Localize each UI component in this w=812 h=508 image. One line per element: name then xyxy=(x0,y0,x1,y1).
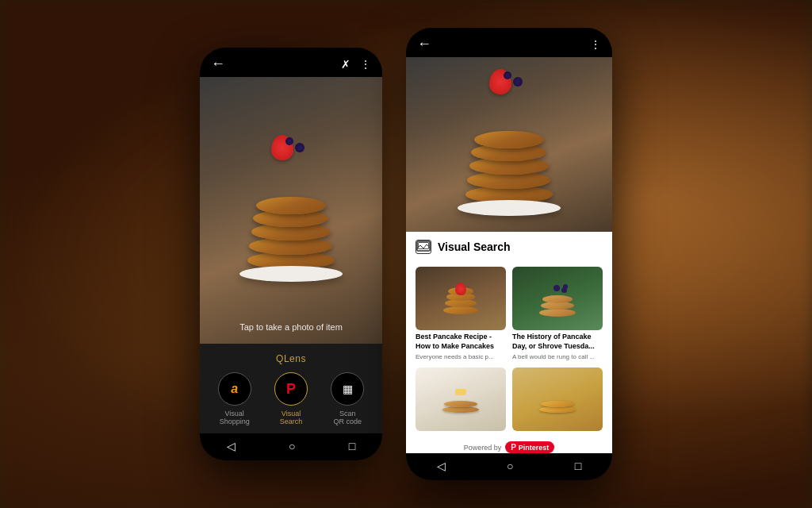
result-desc-2: A bell would be rung to call ... xyxy=(512,353,603,361)
fp-l1 xyxy=(442,406,479,413)
top-icons-left: ✗ ⋮ xyxy=(341,58,371,71)
golden-pancake-img xyxy=(538,385,577,413)
qr-icon-circle: ▦ xyxy=(331,372,364,406)
qlens-bar: QLens a VisualShopping P VisualSearch xyxy=(200,344,382,433)
scan-qr-label: ScanQR code xyxy=(334,410,362,425)
amazon-logo: a xyxy=(231,382,238,396)
camera-preview-right xyxy=(406,57,612,232)
top-icons-right: ⋮ xyxy=(590,38,601,51)
result-title-1: Best Pancake Recipe - How to Make Pancak… xyxy=(416,333,506,351)
right-blueberry-2 xyxy=(504,71,511,79)
right-pancake-plate xyxy=(458,200,561,216)
phone-right: ← ⋮ xyxy=(406,28,612,480)
left-phone-nav-bar: ◁ ○ □ xyxy=(200,433,382,460)
pinterest-name: Pinterest xyxy=(519,444,550,452)
tap-to-photo-text: Tap to take a photo of item xyxy=(200,322,382,332)
right-pancake-layer-5 xyxy=(474,131,544,148)
flat-pancake-img xyxy=(441,385,481,413)
mp1-strawberry xyxy=(455,283,466,295)
flash-icon[interactable]: ✗ xyxy=(341,58,350,71)
nav-back-left[interactable]: ◁ xyxy=(227,440,236,452)
results-container: Best Pancake Recipe - How to Make Pancak… xyxy=(406,267,612,437)
left-phone-top-bar: ← ✗ ⋮ xyxy=(200,48,382,77)
result-image-1 xyxy=(416,267,506,330)
results-grid-top: Best Pancake Recipe - How to Make Pancak… xyxy=(416,267,603,361)
nav-home-left[interactable]: ○ xyxy=(289,440,295,452)
qlens-title: QLens xyxy=(206,353,376,364)
qr-code-icon: ▦ xyxy=(343,383,353,395)
bp-l3 xyxy=(542,295,573,303)
svg-rect-0 xyxy=(417,241,430,251)
pancake-layer-5 xyxy=(256,197,326,214)
bpb1 xyxy=(553,285,560,291)
right-blueberry-1 xyxy=(513,77,523,87)
bp-l1 xyxy=(539,309,576,317)
result-item-2[interactable]: The History of Pancake Day, or Shrove Tu… xyxy=(512,267,603,361)
result-item-4[interactable] xyxy=(512,368,603,431)
butter-pat xyxy=(455,389,466,395)
more-options-icon[interactable]: ⋮ xyxy=(360,58,371,71)
mp1-l1 xyxy=(443,306,478,314)
qlens-visual-shopping[interactable]: a VisualShopping xyxy=(218,372,251,425)
blueberry-topping-2 xyxy=(285,137,293,145)
result-image-2 xyxy=(512,267,603,330)
pinterest-p-icon: P xyxy=(511,443,516,452)
pancake-illustration-left xyxy=(228,123,354,282)
result-image-4 xyxy=(512,368,603,431)
results-grid-bottom xyxy=(416,368,603,431)
blueberry-topping-1 xyxy=(295,143,304,152)
visual-search-label: VisualSearch xyxy=(280,410,303,425)
search-image-svg xyxy=(416,241,431,253)
image-search-icon xyxy=(416,240,431,254)
qlens-icons: a VisualShopping P VisualSearch ▦ ScanQR… xyxy=(206,372,376,425)
camera-preview-left[interactable]: Tap to take a photo of item xyxy=(200,77,382,344)
right-phone-top-bar: ← ⋮ xyxy=(406,28,612,57)
visual-search-results-panel: Visual Search xyxy=(406,232,612,453)
visual-shopping-label: VisualShopping xyxy=(220,410,250,425)
phone-left: ← ✗ ⋮ Tap to take a photo of item xyxy=(200,48,382,460)
powered-by-section: Powered by P Pinterest xyxy=(406,437,612,453)
more-options-right-icon[interactable]: ⋮ xyxy=(590,38,601,51)
nav-back-right[interactable]: ◁ xyxy=(437,460,446,472)
back-button-left[interactable]: ← xyxy=(211,56,225,72)
pinterest-icon-circle: P xyxy=(274,372,308,406)
qlens-scan-qr[interactable]: ▦ ScanQR code xyxy=(331,372,364,425)
qlens-visual-search[interactable]: P VisualSearch xyxy=(274,372,308,425)
pancake-illustration-right xyxy=(446,57,573,216)
visual-search-title: Visual Search xyxy=(438,241,511,253)
nav-recents-right[interactable]: □ xyxy=(575,460,581,472)
nav-recents-left[interactable]: □ xyxy=(349,440,355,452)
pinterest-icon: P xyxy=(286,381,296,398)
phones-container: ← ✗ ⋮ Tap to take a photo of item xyxy=(200,28,612,480)
mini-pancake-1 xyxy=(441,283,481,314)
back-button-right[interactable]: ← xyxy=(417,36,431,52)
visual-search-header: Visual Search xyxy=(406,232,612,259)
blueberry-pancake-img xyxy=(538,281,577,317)
result-item-3[interactable] xyxy=(416,368,506,431)
pancake-plate xyxy=(239,266,343,282)
right-phone-nav-bar: ◁ ○ □ xyxy=(406,453,612,480)
gp-l1 xyxy=(539,406,576,413)
powered-by-text: Powered by xyxy=(464,444,502,452)
bpb3 xyxy=(563,284,568,289)
nav-home-right[interactable]: ○ xyxy=(507,460,513,472)
result-desc-1: Everyone needs a basic p... xyxy=(416,353,506,361)
pinterest-badge[interactable]: P Pinterest xyxy=(505,441,554,453)
result-title-2: The History of Pancake Day, or Shrove Tu… xyxy=(512,333,603,351)
result-image-3 xyxy=(416,368,506,431)
amazon-icon-circle: a xyxy=(218,372,251,406)
result-item-1[interactable]: Best Pancake Recipe - How to Make Pancak… xyxy=(416,267,506,361)
